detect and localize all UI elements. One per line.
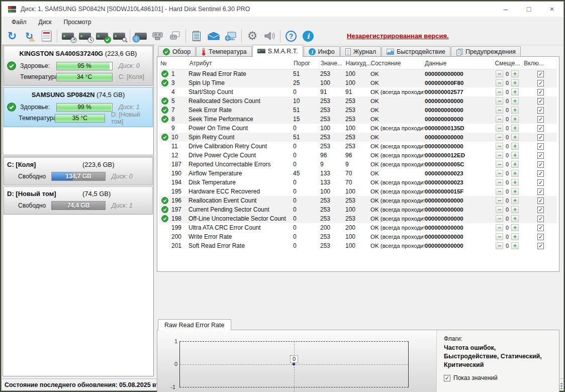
show-values-option[interactable]: ✓ Показ значений bbox=[444, 374, 498, 381]
table-row[interactable]: 4Start/Stop Count09191OK (всегда проходи… bbox=[159, 87, 557, 96]
offset-decrease-button[interactable]: − bbox=[496, 88, 503, 95]
offset-increase-button[interactable]: + bbox=[511, 233, 519, 240]
offset-increase-button[interactable]: + bbox=[511, 134, 519, 141]
column-header-0[interactable]: № bbox=[159, 59, 189, 68]
toolbar-button-usb-disk[interactable] bbox=[166, 28, 183, 44]
enabled-checkbox[interactable]: ✓ bbox=[537, 80, 544, 86]
toolbar-button-refresh-warning[interactable]: ↻⚠ bbox=[21, 28, 38, 44]
table-row[interactable]: 9Power On Time Count0100100OK (всегда пр… bbox=[159, 124, 557, 133]
offset-increase-button[interactable]: + bbox=[511, 224, 519, 231]
table-row[interactable]: 199Ultra ATA CRC Error Count0200200OK (в… bbox=[159, 223, 557, 232]
offset-decrease-button[interactable]: − bbox=[496, 188, 503, 195]
column-header-8[interactable]: Вклю... bbox=[523, 59, 557, 68]
offset-increase-button[interactable]: + bbox=[511, 197, 519, 204]
enabled-checkbox[interactable]: ✓ bbox=[537, 134, 544, 141]
table-row[interactable]: 5Reallocated Sectors Count10253253OK0000… bbox=[159, 96, 557, 106]
menu-disk[interactable]: Диск bbox=[34, 18, 57, 27]
enabled-checkbox[interactable]: ✓ bbox=[537, 116, 544, 123]
toolbar-button-disk-search[interactable] bbox=[111, 28, 128, 44]
offset-increase-button[interactable]: + bbox=[511, 107, 519, 114]
toolbar-button-disk-check[interactable] bbox=[93, 28, 111, 44]
column-header-2[interactable]: Порог bbox=[293, 59, 320, 68]
enabled-checkbox[interactable]: ✓ bbox=[537, 198, 544, 204]
offset-decrease-button[interactable]: − bbox=[496, 143, 503, 150]
enabled-checkbox[interactable]: ✓ bbox=[537, 152, 544, 159]
toolbar-button-info[interactable]: i bbox=[300, 28, 317, 44]
offset-increase-button[interactable]: + bbox=[511, 116, 519, 123]
toolbar-button-usb-plug[interactable] bbox=[149, 28, 166, 44]
offset-decrease-button[interactable]: − bbox=[496, 233, 503, 240]
offset-increase-button[interactable]: + bbox=[511, 242, 519, 249]
table-row[interactable]: 3Spin Up Time25100100OK000000000F80−0+✓ bbox=[159, 78, 557, 87]
column-header-6[interactable]: Данные bbox=[424, 59, 494, 68]
table-row[interactable]: 197Current Pending Sector Count0253100OK… bbox=[159, 205, 557, 214]
table-row[interactable]: 198Off-Line Uncorrectable Sector Count02… bbox=[159, 214, 557, 223]
offset-decrease-button[interactable]: − bbox=[496, 79, 503, 86]
column-header-5[interactable]: Состояние bbox=[369, 59, 424, 68]
table-row[interactable]: 1Raw Read Error Rate51253100OK0000000000… bbox=[159, 69, 557, 78]
offset-increase-button[interactable]: + bbox=[511, 79, 519, 86]
table-row[interactable]: 200Write Error Rate0253100OK (всегда про… bbox=[159, 232, 557, 241]
detail-tab-raw-read-error-rate[interactable]: Raw Read Error Rate bbox=[158, 319, 231, 330]
offset-increase-button[interactable]: + bbox=[511, 70, 519, 77]
offset-decrease-button[interactable]: − bbox=[496, 161, 503, 168]
tab-s.m.a.r.t.[interactable]: S.M.A.R.T. bbox=[252, 45, 303, 57]
offset-decrease-button[interactable]: − bbox=[496, 134, 503, 141]
offset-increase-button[interactable]: + bbox=[511, 152, 519, 159]
tab-температура[interactable]: Температура bbox=[196, 46, 252, 57]
table-row[interactable]: 187Reported Uncorrectable Errors099OK (в… bbox=[159, 160, 557, 169]
offset-increase-button[interactable]: + bbox=[511, 88, 519, 95]
menu-file[interactable]: Файл bbox=[7, 18, 32, 27]
enabled-checkbox[interactable]: ✓ bbox=[537, 125, 544, 132]
enabled-checkbox[interactable]: ✓ bbox=[537, 216, 544, 222]
offset-decrease-button[interactable]: − bbox=[496, 116, 503, 123]
disk-card-1[interactable]: SAMSUNG SP0842N (74,5 GB)Здоровье:99 %Ди… bbox=[4, 87, 153, 127]
offset-decrease-button[interactable]: − bbox=[496, 206, 503, 213]
tab-обзор[interactable]: Обзор bbox=[158, 46, 196, 57]
toolbar-button-network-disk[interactable] bbox=[132, 28, 149, 44]
offset-decrease-button[interactable]: − bbox=[496, 170, 503, 177]
menu-view[interactable]: Просмотр bbox=[59, 18, 97, 27]
enabled-checkbox[interactable]: ✓ bbox=[537, 188, 544, 195]
offset-decrease-button[interactable]: − bbox=[496, 125, 503, 132]
enabled-checkbox[interactable]: ✓ bbox=[537, 71, 544, 77]
offset-decrease-button[interactable]: − bbox=[496, 179, 503, 186]
tab-журнал[interactable]: Журнал bbox=[340, 46, 382, 57]
offset-increase-button[interactable]: + bbox=[511, 97, 519, 105]
tab-предупреждения[interactable]: Предупреждения bbox=[451, 46, 521, 57]
close-button[interactable]: × bbox=[540, 2, 563, 17]
table-row[interactable]: 11Drive Calibration Retry Count0253253OK… bbox=[159, 142, 557, 151]
offset-increase-button[interactable]: + bbox=[511, 179, 519, 186]
offset-increase-button[interactable]: + bbox=[511, 170, 519, 177]
enabled-checkbox[interactable]: ✓ bbox=[537, 234, 544, 240]
column-header-3[interactable]: Значе... bbox=[320, 59, 345, 68]
toolbar-button-refresh[interactable]: ↻ bbox=[4, 28, 21, 44]
offset-decrease-button[interactable]: − bbox=[496, 97, 503, 105]
toolbar-button-report[interactable] bbox=[38, 28, 55, 44]
column-header-7[interactable]: Смеще... bbox=[494, 59, 523, 68]
offset-decrease-button[interactable]: − bbox=[496, 197, 503, 204]
table-row[interactable]: 12Drive Power Cycle Count09696OK (всегда… bbox=[159, 151, 557, 160]
column-header-4[interactable]: Наихуд... bbox=[344, 59, 369, 68]
enabled-checkbox[interactable]: ✓ bbox=[537, 98, 544, 105]
tab-быстродействие[interactable]: Быстродействие bbox=[382, 46, 450, 57]
minimize-button[interactable]: – bbox=[494, 2, 517, 17]
toolbar-button-disk-clock[interactable] bbox=[76, 28, 93, 44]
offset-decrease-button[interactable]: − bbox=[496, 152, 503, 159]
offset-increase-button[interactable]: + bbox=[511, 143, 519, 150]
tab-инфо[interactable]: iИнфо bbox=[304, 46, 340, 57]
enabled-checkbox[interactable]: ✓ bbox=[537, 179, 544, 186]
toolbar-button-mail[interactable] bbox=[205, 28, 222, 44]
enabled-checkbox[interactable]: ✓ bbox=[537, 89, 544, 95]
toolbar-button-notepad[interactable] bbox=[188, 28, 205, 44]
table-row[interactable]: 195Hardware ECC Recovered0100100OK (всег… bbox=[159, 187, 557, 196]
offset-increase-button[interactable]: + bbox=[511, 125, 519, 132]
unregistered-version-link[interactable]: Незарегистрированная версия. bbox=[347, 32, 449, 40]
offset-decrease-button[interactable]: − bbox=[496, 224, 503, 231]
offset-increase-button[interactable]: + bbox=[511, 161, 519, 168]
offset-decrease-button[interactable]: − bbox=[496, 107, 503, 114]
enabled-checkbox[interactable]: ✓ bbox=[537, 170, 544, 177]
table-row[interactable]: 7Seek Error Rate51253253OK000000000000−0… bbox=[159, 106, 557, 115]
offset-increase-button[interactable]: + bbox=[511, 206, 519, 213]
enabled-checkbox[interactable]: ✓ bbox=[537, 161, 544, 168]
